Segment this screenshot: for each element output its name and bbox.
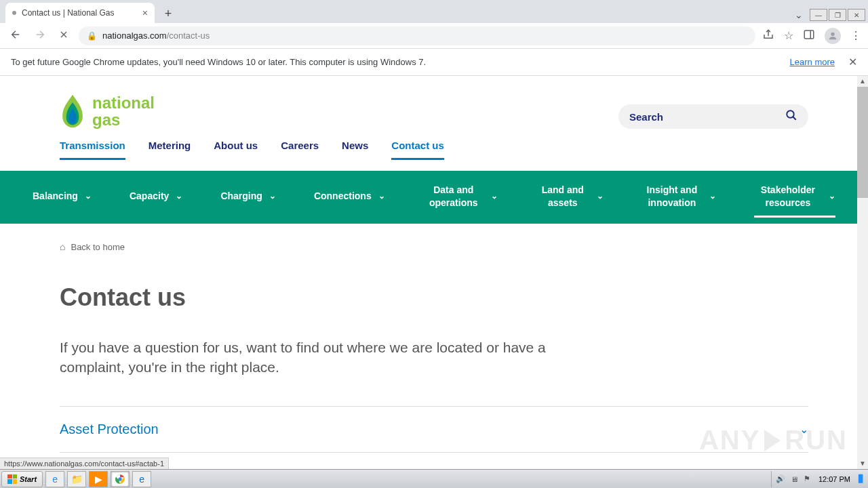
nav-careers[interactable]: Careers — [281, 140, 319, 160]
subnav-connections[interactable]: Connections⌄ — [314, 183, 385, 211]
share-icon[interactable] — [762, 28, 774, 43]
taskbar-chrome-icon[interactable] — [111, 471, 130, 487]
system-tray: 🔊 🖥 ⚑ 12:07 PM ▊ — [771, 471, 868, 487]
clock[interactable]: 12:07 PM — [816, 475, 853, 483]
accordion-balancing[interactable]: Balancing ⌄ — [60, 452, 808, 469]
tabs-dropdown-icon[interactable]: ⌄ — [789, 7, 808, 23]
tab-favicon — [12, 11, 16, 15]
chevron-down-icon: ⌄ — [829, 191, 835, 202]
start-button[interactable]: Start — [1, 471, 43, 487]
forward-button[interactable] — [31, 26, 49, 46]
page-viewport: nationalgas Transmission Metering About … — [0, 76, 868, 469]
chevron-down-icon: ⌄ — [269, 191, 276, 202]
site-logo[interactable]: nationalgas — [60, 94, 155, 129]
status-bar-link: https://www.nationalgas.com/contact-us#a… — [0, 458, 169, 469]
window-close-button[interactable]: ✕ — [848, 9, 865, 21]
page-title: Contact us — [60, 283, 808, 312]
taskbar-ie-icon[interactable]: e — [45, 471, 64, 487]
taskbar-edge-icon[interactable]: e — [132, 471, 151, 487]
show-desktop-icon[interactable]: ▊ — [859, 474, 864, 483]
taskbar-explorer-icon[interactable]: 📁 — [67, 471, 86, 487]
accordion-asset-protection[interactable]: Asset Protection ⌄ — [60, 406, 808, 452]
update-infobar: To get future Google Chrome updates, you… — [0, 49, 868, 76]
scroll-down-icon[interactable]: ▼ — [857, 458, 868, 469]
infobar-close-icon[interactable]: ✕ — [848, 56, 857, 68]
chevron-down-icon: ⌄ — [378, 191, 385, 202]
menu-icon[interactable]: ⋮ — [850, 29, 861, 42]
side-panel-icon[interactable] — [803, 28, 815, 43]
svg-point-3 — [787, 110, 794, 118]
address-bar[interactable]: 🔒 nationalgas.com/contact-us — [79, 26, 755, 45]
window-minimize-button[interactable]: — — [810, 9, 827, 21]
breadcrumb-label: Back to home — [71, 242, 125, 252]
page-intro: If you have a question for us, want to f… — [60, 338, 575, 378]
chevron-down-icon: ⌄ — [85, 191, 92, 202]
chevron-down-icon: ⌄ — [491, 191, 498, 202]
windows-taskbar: Start e 📁 ▶ e 🔊 🖥 ⚑ 12:07 PM ▊ — [0, 469, 868, 488]
scroll-thumb[interactable] — [857, 76, 868, 198]
subnav-data-operations[interactable]: Data and operations⌄ — [423, 177, 498, 217]
nav-metering[interactable]: Metering — [149, 140, 191, 160]
browser-toolbar: 🔒 nationalgas.com/contact-us ☆ ⋮ — [0, 23, 868, 49]
windows-logo-icon — [7, 474, 17, 484]
tab-title: Contact us | National Gas — [22, 8, 115, 18]
contact-accordion: Asset Protection ⌄ Balancing ⌄ — [60, 406, 808, 469]
nav-contact-us[interactable]: Contact us — [391, 140, 444, 160]
new-tab-button[interactable]: + — [159, 4, 178, 23]
vertical-scrollbar[interactable]: ▲ ▼ — [857, 76, 868, 469]
subnav-balancing[interactable]: Balancing⌄ — [33, 183, 92, 211]
svg-rect-0 — [804, 30, 814, 39]
breadcrumb-back-home[interactable]: ⌂ Back to home — [60, 241, 808, 252]
chevron-down-icon: ⌄ — [597, 191, 604, 202]
url-host: nationalgas.com — [102, 30, 167, 41]
search-box[interactable] — [618, 104, 808, 129]
search-icon[interactable] — [785, 109, 797, 124]
chevron-down-icon: ⌄ — [709, 191, 716, 202]
lock-icon: 🔒 — [87, 31, 97, 41]
infobar-text: To get future Google Chrome updates, you… — [11, 57, 426, 67]
nav-news[interactable]: News — [342, 140, 368, 160]
taskbar-media-icon[interactable]: ▶ — [89, 471, 108, 487]
volume-icon[interactable]: 🔊 — [776, 474, 785, 483]
subnav-capacity[interactable]: Capacity⌄ — [130, 183, 182, 211]
nav-transmission[interactable]: Transmission — [60, 140, 125, 160]
browser-tab[interactable]: Contact us | National Gas × — [5, 3, 155, 23]
window-maximize-button[interactable]: ❐ — [829, 9, 846, 21]
logo-text: nationalgas — [92, 94, 155, 128]
subnav-insight-innovation[interactable]: Insight and innovation⌄ — [642, 177, 716, 217]
network-icon[interactable]: 🖥 — [791, 475, 798, 483]
browser-tab-bar: Contact us | National Gas × + ⌄ — ❐ ✕ — [0, 0, 868, 23]
primary-nav: Transmission Metering About us Careers N… — [60, 140, 808, 160]
tab-close-icon[interactable]: × — [142, 7, 148, 18]
subnav-stakeholder-resources[interactable]: Stakeholder resources⌄ — [754, 177, 835, 217]
chevron-down-icon: ⌄ — [800, 423, 808, 436]
stop-reload-button[interactable] — [56, 26, 72, 45]
learn-more-link[interactable]: Learn more — [790, 57, 835, 67]
bookmark-icon[interactable]: ☆ — [784, 29, 793, 42]
flag-icon[interactable]: ⚑ — [804, 474, 810, 483]
nav-about-us[interactable]: About us — [214, 140, 258, 160]
svg-point-2 — [831, 32, 834, 35]
profile-avatar[interactable] — [825, 28, 841, 44]
flame-icon — [60, 94, 85, 129]
back-button[interactable] — [7, 26, 24, 46]
chevron-down-icon: ⌄ — [176, 191, 182, 202]
scroll-up-icon[interactable]: ▲ — [857, 76, 868, 87]
subnav-land-assets[interactable]: Land and assets⌄ — [536, 177, 604, 217]
home-icon: ⌂ — [60, 241, 65, 252]
svg-line-4 — [793, 117, 796, 120]
secondary-nav: Balancing⌄ Capacity⌄ Charging⌄ Connectio… — [0, 171, 868, 224]
search-input[interactable] — [629, 111, 785, 123]
subnav-charging[interactable]: Charging⌄ — [220, 183, 275, 211]
url-path: /contact-us — [167, 30, 210, 41]
